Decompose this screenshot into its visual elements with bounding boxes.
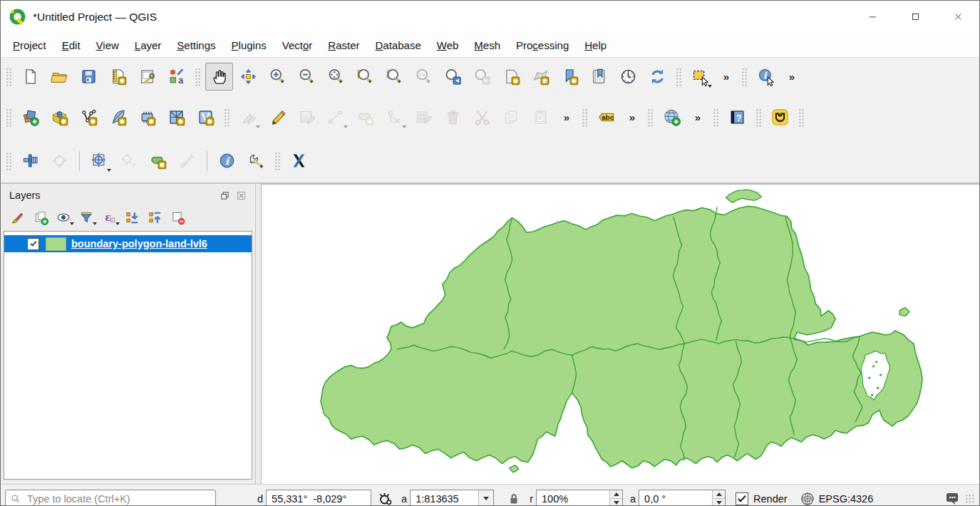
vertex-tool-button[interactable] (381, 103, 408, 131)
new-geopackage-layer-button[interactable] (46, 103, 73, 131)
zoom-full-button[interactable] (322, 63, 350, 91)
layer-name[interactable]: boundary-polygon-land-lvl6 (71, 238, 207, 249)
zoom-in-button[interactable] (264, 63, 292, 91)
crs-status[interactable]: EPSG:4326 (799, 490, 874, 506)
digitize-brush-button[interactable] (173, 147, 201, 175)
locator-box[interactable] (5, 490, 216, 506)
save-project-button[interactable] (75, 63, 103, 91)
layer-visibility-checkbox[interactable] (27, 238, 39, 250)
copy-features-button[interactable] (497, 103, 525, 131)
toolbar-overflow-button[interactable]: » (689, 105, 706, 130)
zoom-to-layer-button[interactable] (381, 63, 408, 91)
new-virtual-layer-button[interactable] (192, 103, 220, 131)
zoom-to-selection-button[interactable] (351, 63, 379, 91)
toolbar-overflow-button[interactable]: » (718, 65, 735, 89)
rotation-input[interactable] (639, 493, 712, 505)
render-toggle[interactable]: Render (736, 492, 788, 505)
menu-plugins[interactable]: Plugins (224, 36, 274, 55)
toolbar-grip[interactable] (798, 108, 805, 127)
menu-project[interactable]: Project (5, 36, 54, 55)
scale-combobox[interactable] (410, 490, 494, 506)
polygon-plugin-button[interactable] (766, 103, 794, 131)
gps-target-button[interactable] (86, 147, 113, 175)
paste-features-button[interactable] (527, 103, 555, 131)
new-map-view-button[interactable] (497, 63, 525, 91)
show-spatial-bookmarks-button[interactable] (585, 63, 613, 91)
new-scratch-layer-button[interactable] (133, 103, 161, 131)
layer-symbol-swatch[interactable] (46, 237, 66, 251)
new-mesh-layer-button[interactable] (163, 103, 190, 131)
toolbar-grip[interactable] (195, 68, 201, 86)
cut-features-button[interactable] (468, 103, 496, 131)
info-tool-button[interactable]: i (213, 147, 241, 175)
dropdown-caret-icon[interactable] (115, 222, 120, 225)
menu-processing[interactable]: Processing (508, 36, 577, 55)
rotation-spinbox[interactable] (639, 490, 726, 506)
menu-view[interactable]: View (88, 36, 127, 55)
manage-map-themes-button[interactable] (52, 207, 75, 228)
current-edits-button[interactable] (234, 103, 262, 131)
menu-layer[interactable]: Layer (127, 36, 170, 55)
remove-layer-button[interactable] (166, 207, 189, 228)
toolbar-grip[interactable] (713, 108, 719, 127)
add-group-button[interactable] (29, 207, 52, 228)
toolbar-grip[interactable] (755, 108, 762, 127)
save-layer-edits-button[interactable] (293, 103, 321, 131)
temporal-controller-button[interactable] (614, 63, 642, 91)
toolbar-grip[interactable] (6, 68, 12, 86)
magnifier-up-button[interactable] (610, 490, 622, 499)
render-checkbox[interactable] (736, 492, 748, 505)
new-spatial-bookmark-button[interactable] (556, 63, 584, 91)
maximize-button[interactable] (894, 1, 937, 33)
open-project-button[interactable] (46, 63, 73, 91)
new-project-button[interactable] (16, 63, 44, 91)
collapse-all-button[interactable] (143, 207, 166, 228)
select-features-button[interactable] (686, 63, 714, 91)
new-shapefile-layer-button[interactable] (75, 103, 103, 131)
map-canvas[interactable] (261, 184, 979, 484)
zoom-to-native-button[interactable]: 1:1 (410, 63, 438, 91)
gps-satellite-button[interactable] (16, 147, 44, 175)
close-button[interactable] (937, 1, 979, 33)
menu-database[interactable]: Database (368, 36, 429, 55)
dropdown-caret-icon[interactable] (93, 222, 97, 225)
toolbar-overflow-button[interactable]: » (783, 65, 800, 89)
toolbar-grip[interactable] (6, 108, 12, 127)
float-panel-button[interactable] (218, 189, 232, 202)
data-source-manager-button[interactable] (16, 103, 44, 131)
layer-row[interactable]: boundary-polygon-land-lvl6 (4, 235, 252, 252)
mouse-position-toggle-icon[interactable] (377, 490, 394, 506)
rotation-up-button[interactable] (713, 490, 725, 499)
coordinate-input[interactable] (267, 493, 371, 505)
options-wrench-button[interactable] (242, 147, 270, 175)
refresh-button[interactable] (644, 63, 671, 91)
toolbar-grip[interactable] (6, 152, 12, 170)
toolbar-grip[interactable] (741, 68, 748, 86)
polygon-gear-button[interactable] (144, 147, 172, 175)
filter-legend-button[interactable] (75, 207, 98, 228)
panel-splitter[interactable] (256, 184, 261, 484)
identify-features-button[interactable]: i (752, 63, 780, 91)
menu-web[interactable]: Web (429, 36, 467, 55)
menu-mesh[interactable]: Mesh (466, 36, 508, 55)
new-spatialite-layer-button[interactable] (104, 103, 132, 131)
magnifier-spinbox[interactable] (536, 490, 623, 506)
scale-dropdown-button[interactable] (478, 490, 493, 506)
toolbar-grip[interactable] (647, 108, 654, 127)
whats-this-button[interactable]: ? (723, 103, 751, 131)
toolbar-overflow-button[interactable]: » (624, 105, 641, 130)
gps-add-vertex-button[interactable] (115, 147, 143, 175)
menu-vector[interactable]: Vector (274, 36, 321, 55)
menu-help[interactable]: Help (577, 36, 614, 55)
zoom-out-button[interactable] (293, 63, 321, 91)
open-layer-styling-button[interactable] (6, 207, 29, 228)
add-polygon-feature-button[interactable] (351, 103, 379, 131)
pan-map-button[interactable] (205, 63, 233, 91)
locator-input[interactable] (26, 492, 211, 505)
expand-all-button[interactable] (120, 207, 143, 228)
zoom-last-button[interactable] (439, 63, 467, 91)
magnifier-input[interactable] (537, 493, 609, 505)
minimize-button[interactable] (851, 1, 894, 33)
lock-scale-icon[interactable] (505, 490, 522, 506)
toolbar-grip[interactable] (582, 108, 588, 127)
